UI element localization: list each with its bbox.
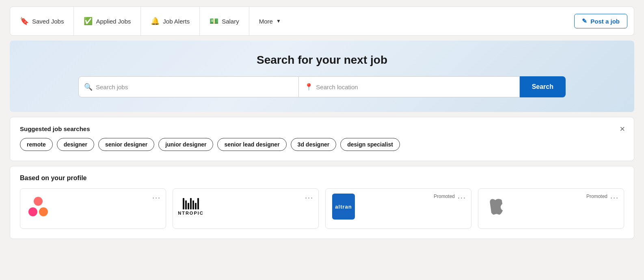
nav-items-list: 🔖 Saved Jobs ✅ Applied Jobs 🔔 Job Alerts…	[17, 6, 574, 36]
ntropic-bar-4	[190, 198, 192, 209]
applied-jobs-nav-item[interactable]: ✅ Applied Jobs	[74, 6, 141, 36]
bookmark-icon: 🔖	[20, 17, 29, 26]
suggested-searches-section: Suggested job searches × remotedesigners…	[10, 117, 634, 161]
job-card-4: Promoted ···	[478, 188, 624, 229]
applied-jobs-label: Applied Jobs	[96, 18, 131, 25]
card-1-logo	[27, 195, 50, 218]
search-hero: Search for your next job 🔍 📍 Search	[10, 41, 634, 112]
ntropic-text: NTROPIC	[178, 211, 204, 215]
saved-jobs-label: Saved Jobs	[32, 18, 64, 25]
salary-label: Salary	[222, 18, 239, 25]
hero-title: Search for your next job	[26, 54, 618, 67]
suggested-tag-1[interactable]: designer	[57, 138, 94, 151]
davinci-logo	[28, 197, 48, 216]
chevron-down-icon: ▼	[276, 18, 281, 24]
suggested-tag-5[interactable]: 3d designer	[291, 138, 337, 151]
close-suggested-button[interactable]: ×	[620, 125, 625, 134]
job-alerts-label: Job Alerts	[163, 18, 190, 25]
search-bar: 🔍 📍 Search	[78, 76, 566, 97]
job-alerts-nav-item[interactable]: 🔔 Job Alerts	[141, 6, 200, 36]
card-4-more-button[interactable]: ···	[610, 194, 619, 202]
job-card-3: Promoted ··· altran	[325, 188, 471, 229]
apple-logo	[486, 197, 506, 216]
more-nav-item[interactable]: More ▼	[249, 6, 291, 36]
davinci-circle-left	[28, 207, 37, 216]
card-3-logo: altran	[332, 195, 355, 218]
card-3-more-button[interactable]: ···	[458, 194, 466, 202]
post-job-button[interactable]: ✎ Post a job	[574, 14, 627, 28]
card-3-promoted-label: Promoted	[434, 194, 455, 199]
top-navigation: 🔖 Saved Jobs ✅ Applied Jobs 🔔 Job Alerts…	[10, 6, 634, 36]
ntropic-bars	[183, 198, 199, 209]
ntropic-logo: NTROPIC	[178, 198, 204, 215]
check-circle-icon: ✅	[84, 17, 93, 26]
suggested-tag-2[interactable]: senior designer	[98, 138, 154, 151]
suggested-tag-6[interactable]: design specialist	[340, 138, 400, 151]
altran-logo-text: altran	[335, 204, 352, 210]
card-4-logo	[485, 195, 508, 218]
search-location-input-wrap: 📍	[299, 76, 519, 97]
suggested-title: Suggested job searches	[20, 125, 624, 132]
job-card-1: ···	[20, 188, 166, 229]
ntropic-bar-2	[185, 200, 187, 209]
post-job-icon: ✎	[582, 17, 587, 25]
ntropic-bar-5	[192, 200, 194, 209]
bell-icon: 🔔	[151, 17, 160, 26]
ntropic-bar-6	[195, 203, 197, 209]
davinci-circle-right	[39, 207, 48, 216]
suggested-tag-0[interactable]: remote	[20, 138, 53, 151]
money-icon: 💵	[210, 17, 218, 26]
card-4-promoted-label: Promoted	[586, 194, 607, 199]
suggested-tag-3[interactable]: junior designer	[158, 138, 213, 151]
altran-logo: altran	[332, 194, 355, 220]
suggested-tags-list: remotedesignersenior designerjunior desi…	[20, 138, 624, 151]
search-jobs-input[interactable]	[78, 76, 299, 97]
post-job-label: Post a job	[590, 18, 620, 25]
profile-section-title: Based on your profile	[20, 174, 624, 182]
card-2-more-button[interactable]: ···	[305, 194, 313, 202]
davinci-circle-top	[34, 197, 43, 206]
more-label: More	[259, 18, 273, 25]
saved-jobs-nav-item[interactable]: 🔖 Saved Jobs	[17, 6, 74, 36]
job-cards-row: ··· ···	[20, 188, 624, 229]
ntropic-bar-3	[188, 203, 189, 209]
card-2-logo: NTROPIC	[179, 195, 202, 218]
apple-logo-svg	[488, 198, 504, 215]
search-location-input[interactable]	[299, 76, 519, 97]
suggested-tag-4[interactable]: senior lead designer	[217, 138, 286, 151]
ntropic-bar-7	[197, 198, 199, 209]
profile-section: Based on your profile ··· ···	[10, 166, 634, 239]
salary-nav-item[interactable]: 💵 Salary	[200, 6, 249, 36]
search-jobs-input-wrap: 🔍	[78, 76, 299, 97]
ntropic-bar-1	[183, 198, 184, 209]
job-card-2: ··· NTROPIC	[173, 188, 319, 229]
card-1-more-button[interactable]: ···	[152, 194, 161, 202]
search-button[interactable]: Search	[520, 76, 566, 97]
